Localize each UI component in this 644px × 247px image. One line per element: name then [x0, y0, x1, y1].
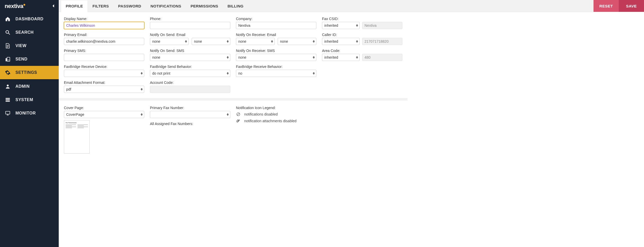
field-notify-send-sms: Notify On Send: SMS: [150, 49, 230, 61]
email-attachment-format-select[interactable]: [64, 86, 144, 93]
reset-button[interactable]: RESET: [594, 0, 619, 12]
svg-rect-16: [6, 101, 10, 102]
field-label: Company:: [236, 17, 316, 21]
notify-receive-email-select-a[interactable]: [236, 38, 275, 45]
tab-label: PERMISSIONS: [191, 4, 218, 8]
field-label: Notify On Receive: Email: [236, 33, 316, 37]
svg-point-7: [7, 59, 8, 60]
tab-permissions[interactable]: PERMISSIONS: [186, 0, 223, 12]
display-name-input[interactable]: [64, 22, 144, 29]
sidebar-item-label: VIEW: [15, 43, 27, 48]
sidebar-item-label: SETTINGS: [15, 70, 37, 75]
sidebar-item-label: SEND: [15, 57, 27, 61]
field-label: Area Code:: [322, 49, 402, 53]
svg-rect-6: [7, 57, 10, 61]
notify-receive-sms-select[interactable]: [236, 54, 316, 61]
sidebar-collapse-button[interactable]: [52, 4, 55, 8]
sidebar-item-settings[interactable]: SETTINGS: [0, 66, 59, 79]
document-icon: [5, 43, 11, 49]
prohibited-icon: [236, 112, 241, 117]
field-label: Fax CSID:: [322, 17, 402, 21]
cover-page-thumbnail[interactable]: Fax Transmission: [64, 120, 90, 154]
field-label: FaxBridge Receive Device:: [64, 65, 144, 69]
fb-receive-device-select[interactable]: [64, 70, 144, 77]
field-label: FaxBridge Receive Behavior:: [236, 65, 316, 69]
svg-rect-14: [6, 98, 10, 99]
brand-logo: nextiva: [5, 3, 25, 10]
field-primary-email: Primary Email:: [64, 33, 144, 45]
save-button[interactable]: SAVE: [619, 0, 644, 12]
sidebar-item-monitor[interactable]: MONITOR: [0, 107, 59, 120]
svg-point-9: [9, 59, 10, 60]
field-email-attachment-format: Email Attachment Format:: [64, 81, 144, 93]
svg-line-22: [237, 120, 240, 122]
gear-icon: [5, 69, 11, 76]
field-fb-receive-behavior: FaxBridge Receive Behavior:: [236, 65, 316, 77]
notify-receive-email-select-b[interactable]: [278, 38, 316, 45]
field-caller-id: Caller ID:: [322, 33, 402, 45]
legend-title: Notification Icon Legend:: [236, 106, 316, 110]
tab-profile[interactable]: PROFILE: [61, 0, 88, 12]
field-label: Account Code:: [150, 81, 230, 85]
field-account-code: Account Code:: [150, 81, 230, 93]
field-label: Cover Page:: [64, 106, 144, 110]
section-divider: [59, 98, 408, 101]
server-icon: [5, 97, 11, 103]
fb-receive-behavior-select[interactable]: [236, 70, 316, 77]
field-label: Primary SMS:: [64, 49, 144, 53]
sidebar-item-label: ADMIN: [15, 84, 30, 89]
phone-input[interactable]: [150, 22, 230, 29]
sidebar-item-search[interactable]: SEARCH: [0, 26, 59, 39]
sidebar-item-view[interactable]: VIEW: [0, 39, 59, 52]
cover-thumb-title: Fax Transmission: [66, 122, 88, 124]
tab-password[interactable]: PASSWORD: [114, 0, 146, 12]
field-fax-csid: Fax CSID:: [322, 17, 402, 29]
caller-id-select[interactable]: [322, 38, 360, 45]
area-code-select[interactable]: [322, 54, 360, 61]
tab-label: FILTERS: [92, 4, 109, 8]
field-fb-receive-device: FaxBridge Receive Device:: [64, 65, 144, 77]
fax-csid-select[interactable]: [322, 22, 360, 29]
tab-filters[interactable]: FILTERS: [88, 0, 113, 12]
field-label: Notify On Send: Email: [150, 33, 230, 37]
main-area: PROFILE FILTERS PASSWORD NOTIFICATIONS P…: [59, 0, 644, 247]
sidebar-item-dashboard[interactable]: DASHBOARD: [0, 12, 59, 26]
monitor-icon: [5, 110, 11, 116]
profile-form: Display Name: Phone: Company: Fax CSID:: [59, 12, 644, 158]
svg-rect-15: [6, 99, 10, 100]
user-icon: [5, 83, 11, 90]
field-label: Primary Fax Number:: [150, 106, 230, 110]
form-grid: Display Name: Phone: Company: Fax CSID:: [64, 17, 639, 154]
field-notify-receive-sms: Notify On Receive: SMS: [236, 49, 316, 61]
button-label: RESET: [599, 4, 613, 8]
search-icon: [5, 29, 11, 36]
legend-text: notification attachments disabled: [244, 119, 296, 123]
notify-send-sms-select[interactable]: [150, 54, 230, 61]
field-primary-fax-number: Primary Fax Number: All Assigned Fax Num…: [150, 106, 230, 127]
notify-send-email-select-a[interactable]: [150, 38, 189, 45]
primary-sms-input[interactable]: [64, 54, 144, 61]
primary-email-input[interactable]: [64, 38, 144, 45]
app-root: nextiva DASHBOARD SEARCH VIEW SEND SETTI…: [0, 0, 644, 247]
sidebar-item-label: SYSTEM: [15, 98, 33, 102]
field-display-name: Display Name:: [64, 17, 144, 29]
company-input[interactable]: [236, 22, 316, 29]
field-phone: Phone:: [150, 17, 230, 29]
sidebar-item-send[interactable]: SEND: [0, 52, 59, 66]
field-primary-sms: Primary SMS:: [64, 49, 144, 61]
field-cover-page: Cover Page: Fax Transmission: [64, 106, 144, 154]
tab-billing[interactable]: BILLING: [223, 0, 248, 12]
fb-send-behavior-select[interactable]: [150, 70, 230, 77]
primary-fax-number-select[interactable]: [150, 111, 230, 118]
field-label: Notify On Receive: SMS: [236, 49, 316, 53]
sidebar-item-label: SEARCH: [15, 30, 34, 35]
notify-send-email-select-b[interactable]: [192, 38, 230, 45]
tabbar-spacer: [248, 0, 594, 12]
field-label: Display Name:: [64, 17, 144, 21]
cover-page-select[interactable]: [64, 111, 144, 118]
tab-notifications[interactable]: NOTIFICATIONS: [146, 0, 186, 12]
svg-point-10: [7, 60, 8, 61]
sidebar-item-system[interactable]: SYSTEM: [0, 93, 59, 107]
sidebar-item-admin[interactable]: ADMIN: [0, 80, 59, 93]
tabs: PROFILE FILTERS PASSWORD NOTIFICATIONS P…: [59, 0, 248, 12]
